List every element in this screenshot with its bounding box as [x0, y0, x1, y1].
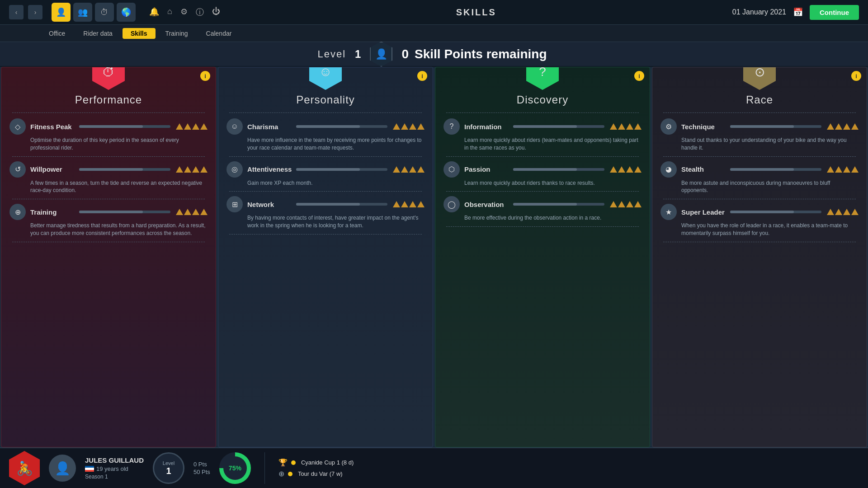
rider-team-hex: 🚴 — [9, 451, 40, 485]
network-triangles — [393, 201, 425, 207]
bell-icon[interactable]: 🔔 — [149, 7, 159, 18]
subnav-office[interactable]: Office — [41, 28, 73, 39]
attentiveness-name: Attentiveness — [247, 165, 292, 173]
subnav-skills[interactable]: Skills — [123, 28, 156, 39]
information-desc: Learn more quickly about riders (team-ma… — [443, 136, 642, 152]
technique-name: Technique — [681, 123, 726, 131]
personality-title: Personality — [296, 94, 355, 106]
charisma-name: Charisma — [247, 123, 292, 131]
rider-info: JULES GUILLAUD 19 years old Season 1 — [85, 456, 144, 480]
nav-clock-icon[interactable]: ⏱ — [95, 3, 114, 22]
skill-row-technique: ⚙ Technique Stand out thanks to your und… — [652, 116, 867, 155]
continue-button[interactable]: Continue — [810, 5, 859, 20]
information-triangles — [610, 123, 642, 130]
card-performance: ⏱ i Performance ◇ Fitness Peak Optimise … — [1, 67, 216, 447]
observation-name: Observation — [464, 201, 509, 208]
skill-row-willpower: ↺ Willpower A few times in a season, tur… — [1, 159, 216, 197]
level-label: Level — [317, 48, 346, 60]
technique-desc: Stand out thanks to your understanding o… — [660, 136, 859, 152]
nav-icons: 👤 👥 ⏱ 🌎 — [52, 3, 136, 22]
information-name: Information — [464, 123, 509, 131]
race-label-1: Tour du Var (7 w) — [298, 470, 343, 477]
personality-hex-icon: ☺ — [309, 67, 342, 90]
skill-points-display: 0 Skill Points remaining — [401, 47, 550, 61]
subnav-calendar[interactable]: Calendar — [198, 28, 240, 39]
skill-row-stealth: ◕ Stealth Be more astute and inconspicuo… — [652, 159, 867, 197]
willpower-icon: ↺ — [9, 161, 26, 178]
top-bar-right: 01 January 2021 📅 Continue — [732, 5, 859, 20]
trophy-icon: 🏆 — [278, 458, 288, 467]
card-discovery: ? i Discovery ? Information Learn more q… — [435, 67, 650, 447]
calendar-icon[interactable]: 📅 — [793, 7, 803, 17]
power-icon[interactable]: ⏻ — [212, 7, 220, 18]
observation-icon: ◯ — [443, 196, 460, 212]
network-desc: By having more contacts of interest, hav… — [226, 214, 425, 230]
main-content: ⏱ i Performance ◇ Fitness Peak Optimise … — [0, 67, 868, 447]
training-name: Training — [30, 208, 75, 216]
willpower-triangles — [176, 166, 208, 173]
skill-row-attentiveness: ◎ Attentiveness Gain more XP each month. — [218, 159, 433, 190]
subnav-rider-data[interactable]: Rider data — [75, 28, 121, 39]
avatar-hexagon: 👤 — [370, 42, 392, 67]
performance-info-badge[interactable]: i — [200, 71, 210, 81]
top-system-icons: 🔔 ⌂ ⚙ ⓘ ⏻ — [149, 7, 220, 18]
super-leader-icon: ★ — [660, 204, 677, 220]
skill-points-value: 0 — [401, 47, 409, 61]
page-title: SKILLS — [456, 7, 496, 18]
rider-flag — [85, 466, 94, 472]
personality-info-badge[interactable]: i — [417, 71, 427, 81]
progress-pct: 75% — [223, 456, 247, 480]
skill-row-charisma: ☺ Charisma Have more influence in the te… — [218, 116, 433, 155]
skill-points-label: Skill Points remaining — [415, 47, 547, 61]
nav-forward-button[interactable]: › — [28, 5, 42, 19]
training-triangles — [176, 209, 208, 215]
personality-divider — [229, 113, 422, 113]
race-icon-1: ⊕ — [278, 469, 284, 478]
discovery-info-badge[interactable]: i — [634, 71, 644, 81]
date-display: 01 January 2021 — [732, 8, 786, 16]
network-icon: ⊞ — [226, 196, 243, 212]
top-bar: ‹ › 👤 👥 ⏱ 🌎 🔔 ⌂ ⚙ ⓘ ⏻ SKILLS 01 January … — [0, 0, 868, 25]
observation-triangles — [610, 201, 642, 207]
nav-team-icon[interactable]: 👥 — [73, 3, 92, 22]
skill-row-network: ⊞ Network By having more contacts of int… — [218, 193, 433, 232]
technique-triangles — [827, 123, 859, 130]
super-leader-triangles — [827, 209, 859, 215]
subnav-training[interactable]: Training — [157, 28, 196, 39]
nav-back-button[interactable]: ‹ — [9, 5, 24, 19]
rider-season: Season 1 — [85, 474, 144, 480]
race-hex-icon: ⊙ — [743, 67, 776, 90]
stealth-triangles — [827, 166, 859, 173]
stealth-name: Stealth — [681, 165, 726, 173]
charisma-icon: ☺ — [226, 118, 243, 135]
bottom-level-circle: Level 1 — [153, 452, 184, 484]
network-name: Network — [247, 201, 292, 208]
training-icon: ⊕ — [9, 204, 26, 220]
home-icon[interactable]: ⌂ — [167, 7, 172, 18]
willpower-name: Willpower — [30, 165, 75, 173]
performance-divider — [12, 113, 205, 113]
nav-globe-icon[interactable]: 🌎 — [117, 3, 136, 22]
rider-name: JULES GUILLAUD — [85, 456, 144, 464]
race-info-badge[interactable]: i — [851, 71, 861, 81]
attentiveness-triangles — [393, 166, 425, 173]
sub-nav: Office Rider data Skills Training Calend… — [0, 25, 868, 42]
card-discovery-header: ? i Discovery — [435, 67, 650, 116]
skill-row-super-leader: ★ Super Leader When you have the role of… — [652, 201, 867, 240]
progress-circle: 75% — [219, 452, 251, 484]
bottom-level-label: Level — [163, 460, 175, 466]
fitness-peak-triangles — [176, 123, 208, 130]
nav-rider-icon[interactable]: 👤 — [52, 3, 71, 22]
rider-age: 19 years old — [85, 465, 144, 472]
card-personality-header: ☺ i Personality — [218, 67, 433, 116]
settings-icon[interactable]: ⚙ — [180, 7, 188, 18]
information-icon: ? — [443, 118, 460, 135]
pts-current: 0 Pts — [193, 461, 210, 468]
attentiveness-desc: Gain more XP each month. — [226, 179, 425, 187]
info-icon[interactable]: ⓘ — [196, 7, 204, 18]
observation-desc: Be more effective during the observation… — [443, 214, 642, 222]
performance-title: Performance — [75, 94, 142, 106]
passion-name: Passion — [464, 165, 509, 173]
discovery-title: Discovery — [517, 94, 568, 106]
super-leader-desc: When you have the role of leader in a ra… — [660, 222, 859, 237]
